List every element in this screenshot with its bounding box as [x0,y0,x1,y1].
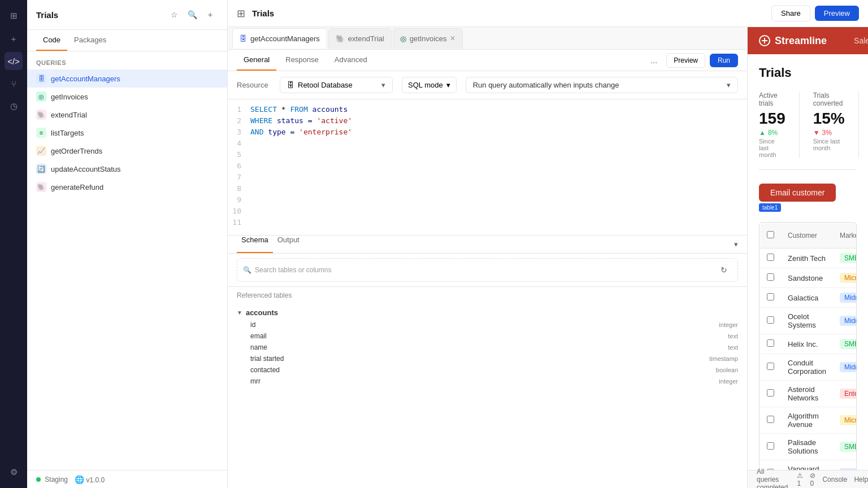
sql-mode-select[interactable]: SQL mode ▾ [402,77,457,93]
query-item-getinvoices[interactable]: ◎ getInvoices [27,88,227,106]
stat-label-active: Active trials [759,91,785,107]
query-name: generateRefund [51,183,103,191]
query-icon-update: 🔄 [36,164,46,174]
col-market-tier: Market tier [833,223,857,249]
resource-label: Resource [237,81,271,89]
console-button[interactable]: Console [822,476,847,483]
query-item-updateaccountstatus[interactable]: 🔄 updateAccountStatus [27,160,227,178]
stat-trials-converted: Trials converted 15% ▼ 3% Since last mon… [813,91,859,158]
query-item-getaccountmanagers[interactable]: 🗄 getAccountManagers [27,69,227,88]
query-editor: 🗄 getAccountManagers 🐘 extendTrial ◎ get… [228,27,748,488]
share-button[interactable]: Share [771,5,810,21]
table1-badge: table1 [759,203,781,212]
search-button[interactable]: 🔍 [184,7,200,23]
row-select-checkbox[interactable] [767,416,774,423]
table-header-row: Customer Market tier Potential MRR Trial… [760,223,857,249]
tab-advanced[interactable]: Advanced [328,50,374,71]
row-select-checkbox[interactable] [767,273,774,281]
query-icon-trend: 📈 [36,146,46,156]
code-line-9: 9 [228,194,747,206]
table-row: Helix Inc. SMB $1,300 71 [760,334,857,354]
sidebar-icon-code[interactable]: </> [5,52,23,70]
row-checkbox [760,381,782,407]
row-select-checkbox[interactable] [767,254,774,261]
bookmark-button[interactable]: ☆ [166,7,182,23]
email-customer-button[interactable]: Email customer [759,184,836,202]
app-preview: Streamline Sales Support Success Trials … [748,27,868,470]
right-panel: Streamline Sales Support Success Trials … [748,27,868,488]
table-row: Palisade Solutions SMB $1,900 76 [760,434,857,460]
sidebar-icon-clock[interactable]: ◷ [5,97,23,115]
row-select-checkbox[interactable] [767,339,774,347]
add-query-button[interactable]: + [202,7,218,23]
query-item-listtargets[interactable]: ≡ listTargets [27,124,227,142]
refresh-schema-button[interactable]: ↻ [716,262,732,278]
streamline-logo: Streamline [759,35,827,47]
schema-collapse-icon[interactable]: ▾ [734,236,738,253]
row-customer: Vanguard Vision [781,460,833,470]
query-item-extendtrial[interactable]: 🐘 extendTrial [27,106,227,124]
left-panel-header: Trials ☆ 🔍 + [27,0,227,30]
database-icon: 🗄 [287,81,294,89]
run-button[interactable]: Run [710,54,738,67]
staging-indicator: Staging [36,476,68,483]
select-all-checkbox[interactable] [767,231,774,238]
resource-select[interactable]: 🗄 Retool Database ▾ [280,77,393,93]
query-tab-getinvoices[interactable]: ◎ getInvoices ✕ [393,28,463,49]
query-item-getordertrends[interactable]: 📈 getOrderTrends [27,142,227,160]
query-tab-extendtrial[interactable]: 🐘 extendTrial [328,28,392,49]
table-name: accounts [246,308,278,317]
sidebar-icon-add[interactable]: + [5,29,23,47]
trials-page-title: Trials [759,66,857,80]
status-dot [36,477,41,482]
auto-run-toggle[interactable]: Run query automatically when inputs chan… [466,77,738,93]
editor-tab-actions: ... Preview Run [646,53,738,68]
query-tab-getaccountmanagers[interactable]: 🗄 getAccountManagers [232,28,327,49]
table-row: Galactica Midmarket $3,400 87 [760,288,857,308]
schema-search-box[interactable]: 🔍 Search tables or columns ↻ [237,258,738,282]
query-name: getAccountManagers [51,75,120,83]
table-accounts[interactable]: ▼ accounts [228,306,747,319]
row-checkbox [760,268,782,288]
row-customer: Helix Inc. [781,334,833,354]
tab-schema[interactable]: Schema [237,236,273,253]
code-line-8: 8 [228,183,747,194]
schema-section: Schema Output ▾ 🔍 Search tables or colum… [228,235,747,389]
arrow-up-icon: ▲ [759,129,766,137]
sidebar-icon-settings[interactable]: ⚙ [5,463,23,481]
help-button[interactable]: Help [854,476,868,483]
row-select-checkbox[interactable] [767,293,774,300]
preview-sm-button[interactable]: Preview [666,53,705,68]
tab-output[interactable]: Output [273,236,304,253]
more-options-button[interactable]: ... [646,53,662,68]
all-queries-status: All queries completed [757,468,788,489]
tab-general[interactable]: General [237,50,276,71]
row-customer: Ocelot Systems [781,308,833,334]
tab-close-icon[interactable]: ✕ [450,34,455,42]
code-editor[interactable]: 1 SELECT * FROM accounts 2 WHERE status … [228,99,747,235]
row-checkbox [760,334,782,354]
nav-sales[interactable]: Sales [849,34,868,47]
preview-button[interactable]: Preview [815,6,859,21]
row-select-checkbox[interactable] [767,389,774,396]
sidebar-icon-grid[interactable]: ⊞ [5,7,23,25]
row-select-checkbox[interactable] [767,442,774,450]
tab-packages[interactable]: Packages [67,30,113,51]
row-tier: SMB [833,249,857,268]
tab-icon-db: 🗄 [240,34,247,43]
sidebar-icon-branch[interactable]: ⑂ [5,75,23,93]
tab-response[interactable]: Response [279,50,326,71]
row-checkbox [760,308,782,334]
data-table: Customer Market tier Potential MRR Trial… [760,223,857,470]
query-item-generaterefund[interactable]: 🐘 generateRefund [27,178,227,196]
field-trial-started: trial started timestamp [228,353,747,364]
row-checkbox [760,407,782,434]
row-select-checkbox[interactable] [767,316,774,324]
row-select-checkbox[interactable] [767,363,774,370]
row-checkbox [760,249,782,268]
row-tier: SMB [833,434,857,460]
table-row: Ocelot Systems Midmarket $40,000 62 [760,308,857,334]
code-line-6: 6 [228,160,747,172]
query-icon-api: ◎ [36,91,46,102]
tab-code[interactable]: Code [36,30,67,51]
